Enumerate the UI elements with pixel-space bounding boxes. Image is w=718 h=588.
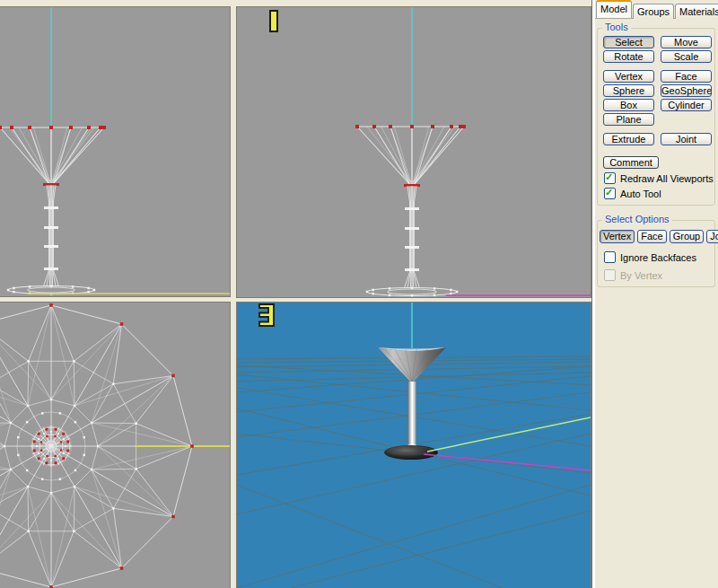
select-mode-group[interactable]: Group [670,230,705,243]
panel-tabbar: Model Groups Materials Joints [595,0,718,19]
checkbox-label: Ignore Backfaces [620,252,696,263]
viewport-canvas [0,303,230,588]
tool-button-scale[interactable]: Scale [661,50,712,63]
viewport-number-glyph [264,9,284,34]
checkbox-label: By Vertex [620,270,662,281]
checkbox-box[interactable] [604,188,616,199]
checkbox-label: Auto Tool [620,189,661,199]
modeler-app-window: { "panel": { "tabs": [ {"label": "Model"… [0,0,718,588]
tool-button-sphere[interactable]: Sphere [603,84,654,97]
viewport-front-wireframe-2[interactable] [237,7,591,297]
tool-panel: Model Groups Materials Joints Tools Sele… [592,0,718,588]
select-mode-vertex[interactable]: Vertex [600,230,635,243]
auto-tool-checkbox[interactable]: Auto Tool [604,188,714,199]
viewport-front-wireframe[interactable] [0,7,230,296]
tool-button-move[interactable]: Move [661,36,712,48]
comment-button[interactable]: Comment [603,156,659,169]
primitive-buttons: Vertex Face Sphere GeoSphere Box Cylinde… [603,70,714,126]
tool-button-extrude[interactable]: Extrude [603,133,654,145]
ignore-backfaces-checkbox[interactable]: Ignore Backfaces [604,251,714,263]
viewport-canvas [237,7,591,297]
tool-buttons: Select Move Rotate Scale [603,36,714,63]
viewport-canvas [237,303,591,588]
tool-button-face[interactable]: Face [661,70,712,83]
tool-button-box[interactable]: Box [603,99,654,111]
tool-button-cylinder[interactable]: Cylinder [661,99,712,111]
redraw-all-viewports-checkbox[interactable]: Redraw All Viewports [604,172,714,184]
viewport-perspective-shaded[interactable] [237,303,591,588]
tab-groups[interactable]: Groups [633,4,674,19]
tab-materials[interactable]: Materials [675,4,718,19]
by-vertex-checkbox: By Vertex [604,269,714,281]
tools-group: Tools Select Move Rotate Scale Vertex Fa… [597,28,715,206]
select-options-group: Select Options Vertex Face Group Joint I… [597,220,715,287]
checkbox-box[interactable] [604,172,616,184]
checkbox-label: Redraw All Viewports [620,173,714,184]
tool-button-plane[interactable]: Plane [603,113,654,126]
modify-buttons: Extrude Joint [603,133,714,145]
tool-button-joint[interactable]: Joint [661,133,712,145]
tools-group-title: Tools [602,22,631,32]
select-mode-joint[interactable]: Joint [706,230,718,243]
select-mode-face[interactable]: Face [637,230,666,243]
tab-model[interactable]: Model [596,0,632,18]
viewport-canvas [0,7,230,296]
select-mode-buttons: Vertex Face Group Joint [600,230,714,243]
tool-button-select[interactable]: Select [603,36,654,48]
viewport-number-glyph [258,303,278,329]
tool-button-geosphere[interactable]: GeoSphere [661,84,712,97]
checkbox-box[interactable] [604,251,616,263]
tool-button-rotate[interactable]: Rotate [603,50,654,63]
viewport-top-wireframe[interactable] [0,303,230,588]
checkbox-box [604,269,616,281]
tool-button-vertex[interactable]: Vertex [603,70,654,83]
select-options-title: Select Options [602,214,672,224]
viewport-area [0,0,592,588]
